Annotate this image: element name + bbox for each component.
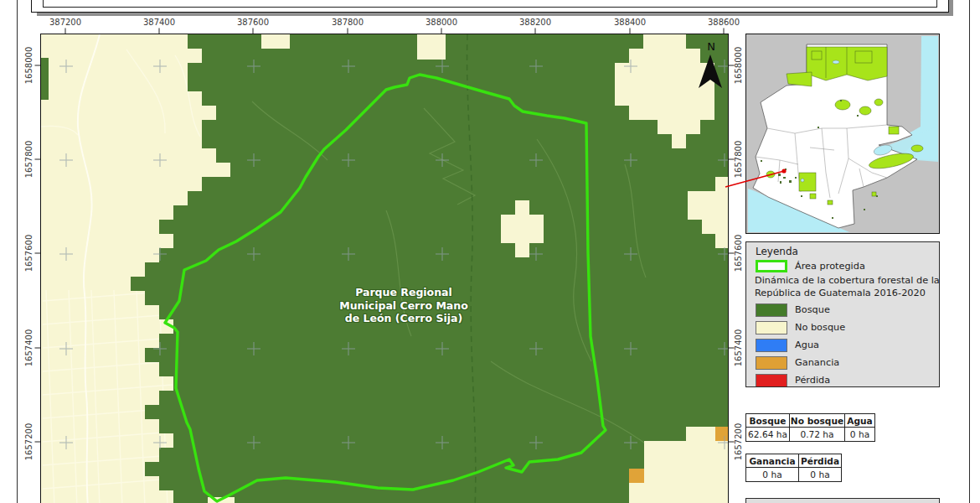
change-value-cell: 0 ha: [746, 468, 799, 482]
coverage-table-value-row: 62.64 ha 0.72 ha 0 ha: [746, 428, 875, 442]
grid-label-y: 1657800: [24, 141, 34, 179]
legend-title: Leyenda: [756, 246, 798, 257]
grid-label-y: 1657600: [24, 235, 34, 272]
north-label: N: [696, 41, 726, 53]
grid-label-y: 1657400: [24, 329, 34, 367]
grid-label-x: 387200: [49, 18, 81, 27]
no-bosque-swatch: [756, 321, 787, 334]
grid-label-y: 1657600: [734, 235, 743, 272]
grid-label-y: 1658000: [24, 47, 34, 85]
change-header-cell: Ganancia: [746, 454, 799, 468]
perdida-swatch: [756, 374, 787, 387]
inset-map-guatemala[interactable]: [745, 34, 940, 234]
grid-label-x: 387800: [332, 18, 364, 27]
agua-swatch: [756, 339, 787, 352]
protected-area-name-label: Parque Regional Municipal Cerro Mano de …: [336, 286, 472, 325]
coverage-header-cell: No bosque: [790, 414, 845, 428]
title-box: [31, 0, 949, 13]
page-border-right: [969, 0, 970, 503]
grid-label-x: 388600: [708, 18, 740, 27]
grid-label-y: 1657800: [734, 141, 743, 179]
grid-label-x: 387400: [143, 18, 175, 27]
grid-label-x: 388200: [519, 18, 551, 27]
bosque-swatch: [756, 303, 787, 317]
coverage-header-cell: Bosque: [746, 414, 790, 428]
grid-label-x: 387600: [237, 18, 269, 27]
change-table-header-row: Ganancia Pérdida: [746, 454, 842, 468]
grid-label-x: 388000: [426, 18, 457, 27]
coverage-table-header-row: Bosque No bosque Agua: [746, 414, 875, 428]
grid-label-y: 1657200: [24, 423, 34, 461]
legend-subtitle: Dinámica de la cobertura forestal de la …: [755, 275, 940, 300]
change-value-cell: 0 ha: [799, 468, 842, 482]
coverage-header-cell: Agua: [845, 414, 875, 428]
title-box-inner-frame: [43, 0, 937, 8]
bottom-panel-cropped: [745, 498, 940, 503]
grid-label-y: 1657200: [734, 423, 743, 461]
north-arrow: N: [696, 41, 726, 95]
grid-label-y: 1658000: [734, 47, 743, 85]
legend-panel: Leyenda Área protegida Dinámica de la co…: [745, 241, 940, 387]
grid-label-y: 1657400: [734, 329, 743, 367]
grid-label-x: 388400: [614, 18, 646, 27]
coverage-value-cell: 0.72 ha: [790, 428, 845, 442]
main-map-canvas[interactable]: Parque Regional Municipal Cerro Mano de …: [40, 34, 729, 503]
north-arrow-icon: [696, 53, 725, 91]
map-layout-page: { "map": { "x_labels": ["387200","387400…: [0, 0, 980, 503]
coverage-value-cell: 0 ha: [845, 428, 875, 442]
forest-notch: [41, 58, 49, 100]
coverage-table: Bosque No bosque Agua 62.64 ha 0.72 ha 0…: [745, 413, 875, 442]
coverage-value-cell: 62.64 ha: [746, 428, 790, 442]
change-header-cell: Pérdida: [799, 454, 842, 468]
change-table: Ganancia Pérdida 0 ha 0 ha: [745, 454, 842, 482]
change-table-value-row: 0 ha 0 ha: [746, 468, 842, 482]
protected-area-swatch: [756, 260, 787, 272]
page-border-left: [17, 0, 18, 503]
ganancia-swatch: [756, 356, 787, 370]
